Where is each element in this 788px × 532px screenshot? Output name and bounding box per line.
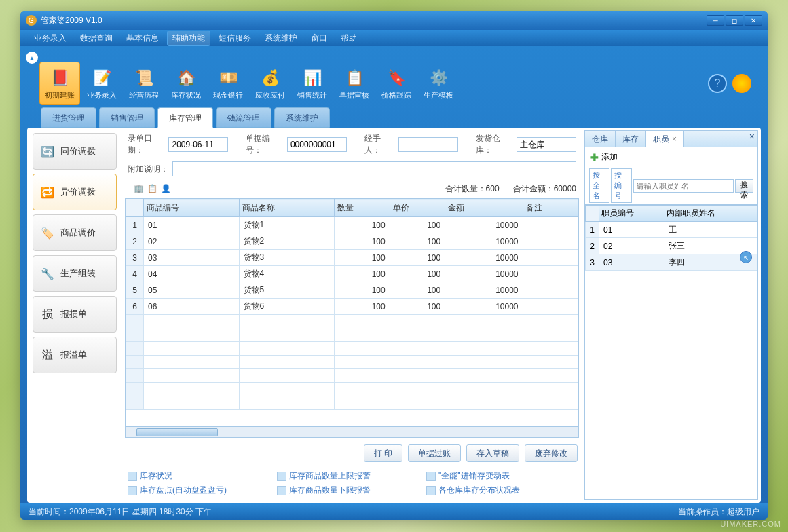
- sidebar-item-3[interactable]: 🔧生产组装: [33, 255, 117, 292]
- person-icon[interactable]: 👤: [160, 183, 171, 194]
- filter-fullname-button[interactable]: 按全名: [589, 168, 609, 203]
- main-tab-1[interactable]: 销售管理: [99, 107, 155, 128]
- table-row-empty[interactable]: [126, 369, 578, 383]
- toolbar-button-2[interactable]: 📜经营历程: [124, 62, 164, 105]
- toolbar-button-1[interactable]: 📝业务录入: [81, 62, 122, 105]
- table-row[interactable]: 303货物310010010000: [126, 250, 578, 266]
- table-row-empty[interactable]: [126, 328, 578, 342]
- table-row-empty[interactable]: [126, 356, 578, 369]
- emp-row[interactable]: 101王一: [586, 222, 757, 238]
- close-button[interactable]: ✕: [745, 15, 762, 26]
- menu-item-0[interactable]: 业务录入: [29, 31, 72, 46]
- panel-close-icon[interactable]: ×: [749, 131, 755, 142]
- right-tab-2[interactable]: 职员×: [646, 131, 684, 147]
- table-row-empty[interactable]: [126, 383, 578, 396]
- quick-link-3[interactable]: 库存盘点(自动盘盈盘亏): [128, 484, 250, 496]
- sidebar-item-1[interactable]: 🔁异价调拨: [33, 174, 117, 210]
- grid-horizontal-scrollbar[interactable]: [125, 427, 579, 438]
- plus-icon: ✚: [590, 152, 599, 163]
- quick-link-1[interactable]: 库存商品数量上限报警: [277, 470, 399, 482]
- emp-row[interactable]: 303李四: [586, 254, 757, 271]
- sidebar-item-0[interactable]: 🔄同价调拨: [33, 133, 117, 170]
- menu-item-3[interactable]: 辅助功能: [167, 31, 210, 46]
- emp-row[interactable]: 202张三: [586, 238, 757, 254]
- print-button[interactable]: 打 印: [364, 444, 402, 462]
- collapse-toggle-icon[interactable]: ▲: [26, 52, 38, 64]
- right-tabs: 仓库库存职员×: [585, 131, 757, 147]
- quick-link-4[interactable]: 库存商品数量下限报警: [277, 484, 399, 496]
- emp-grid-header[interactable]: 职员编号: [599, 206, 664, 222]
- emp-grid-header[interactable]: 内部职员姓名: [664, 206, 757, 222]
- sidebar-icon-1: 🔁: [40, 185, 55, 200]
- table-row[interactable]: 505货物510010010000: [126, 282, 578, 299]
- quick-link-5[interactable]: 各仓库库存分布状况表: [426, 484, 548, 496]
- calendar-icon[interactable]: 📋: [147, 183, 157, 194]
- right-tab-1[interactable]: 库存: [616, 131, 646, 147]
- menu-item-7[interactable]: 帮助: [335, 31, 362, 46]
- right-tab-0[interactable]: 仓库: [585, 131, 616, 147]
- table-row-empty[interactable]: [126, 396, 578, 410]
- toolbar-button-6[interactable]: 📊销售统计: [292, 62, 333, 105]
- post-button[interactable]: 单据过账: [408, 444, 461, 462]
- quick-link-0[interactable]: 库存状况: [128, 470, 250, 482]
- date-input[interactable]: [168, 137, 228, 152]
- grid-header[interactable]: 金额: [445, 200, 523, 217]
- handler-input[interactable]: [398, 137, 458, 152]
- main-tab-4[interactable]: 系统维护: [274, 107, 330, 128]
- activity-icon[interactable]: [732, 74, 751, 93]
- toolbar-button-3[interactable]: 🏠库存状况: [166, 62, 206, 105]
- maximize-button[interactable]: ◻: [726, 15, 743, 26]
- add-label: 添加: [601, 151, 618, 163]
- toolbar-button-8[interactable]: 🔖价格跟踪: [376, 62, 417, 105]
- toolbar-button-4[interactable]: 💴现金银行: [208, 62, 248, 105]
- table-row[interactable]: 202货物210010010000: [126, 233, 578, 250]
- quick-link-2[interactable]: "全能"进销存变动表: [426, 470, 548, 482]
- goods-grid[interactable]: 商品编号商品名称数量单价金额备注101货物110010010000202货物21…: [125, 198, 579, 427]
- add-button[interactable]: ✚ 添加: [585, 147, 757, 167]
- link-icon: [277, 486, 286, 495]
- menu-item-5[interactable]: 系统维护: [259, 31, 303, 46]
- filter-code-button[interactable]: 按编号: [611, 168, 631, 203]
- draft-button[interactable]: 存入草稿: [466, 444, 519, 462]
- employee-search-input[interactable]: [633, 179, 734, 193]
- main-tab-3[interactable]: 钱流管理: [216, 107, 271, 128]
- handler-label: 经手人：: [364, 133, 394, 156]
- toolbar-button-0[interactable]: 📕初期建账: [39, 62, 80, 105]
- menu-item-6[interactable]: 窗口: [305, 31, 333, 46]
- grid-header[interactable]: 备注: [523, 200, 578, 217]
- main-tab-0[interactable]: 进货管理: [41, 107, 96, 128]
- sidebar-item-2[interactable]: 🏷️商品调价: [33, 214, 117, 251]
- note-label: 附加说明：: [128, 164, 168, 175]
- table-row-empty[interactable]: [126, 342, 578, 356]
- total-amt-label: 合计金额：: [513, 184, 554, 193]
- table-row-empty[interactable]: [126, 315, 578, 328]
- grid-header[interactable]: 单价: [390, 200, 445, 217]
- main-tab-2[interactable]: 库存管理: [157, 107, 213, 128]
- toolbar-icon-2: 📜: [133, 67, 155, 89]
- org-icon[interactable]: 🏢: [133, 183, 144, 194]
- sidebar-item-5[interactable]: 溢报溢单: [33, 337, 117, 373]
- tab-close-icon[interactable]: ×: [672, 134, 677, 144]
- table-row[interactable]: 101货物110010010000: [126, 217, 578, 233]
- minimize-button[interactable]: ─: [707, 15, 724, 26]
- doc-input[interactable]: [287, 137, 347, 152]
- table-row[interactable]: 404货物410010010000: [126, 266, 578, 282]
- employee-grid[interactable]: 职员编号内部职员姓名101王一202张三303李四 ↖: [585, 204, 757, 499]
- note-input[interactable]: [172, 162, 576, 176]
- grid-header[interactable]: 商品编号: [144, 200, 240, 217]
- toolbar-button-5[interactable]: 💰应收应付: [250, 62, 290, 105]
- table-row[interactable]: 606货物610010010000: [126, 299, 578, 315]
- grid-header[interactable]: 商品名称: [239, 200, 335, 217]
- sidebar-item-4[interactable]: 损报损单: [33, 296, 117, 332]
- menu-item-1[interactable]: 数据查询: [75, 31, 118, 46]
- titlebar[interactable]: G 管家婆2009 V1.0 ─ ◻ ✕: [20, 11, 768, 30]
- menu-item-4[interactable]: 短信服务: [213, 31, 257, 46]
- toolbar-button-9[interactable]: ⚙️生产模板: [418, 62, 459, 105]
- warehouse-input[interactable]: [517, 137, 576, 152]
- toolbar-button-7[interactable]: 📋单据审核: [334, 62, 375, 105]
- menu-item-2[interactable]: 基本信息: [121, 31, 164, 46]
- discard-button[interactable]: 废弃修改: [525, 444, 578, 462]
- grid-header[interactable]: 数量: [335, 200, 390, 217]
- help-icon[interactable]: ?: [708, 74, 727, 93]
- search-button[interactable]: 搜索: [735, 179, 754, 193]
